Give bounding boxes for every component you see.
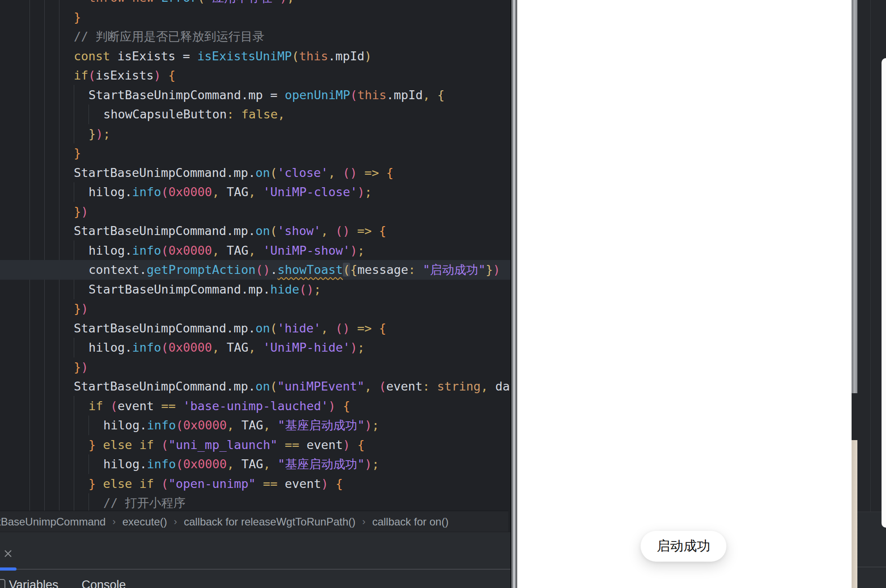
code-token: ; [358,244,365,257]
code-token: .mpId [328,49,364,63]
code-token: 0x0000 [169,185,212,199]
code-token: event [386,379,422,393]
code-token: { [430,88,445,102]
breadcrumb-item[interactable]: callback for on() [372,516,449,528]
code-token: Error [161,0,198,4]
panel-tabs: VariablesConsole [0,578,126,588]
code-token: 'UniMP-close' [256,185,358,199]
code-token: TAG [219,244,249,257]
breadcrumb-item[interactable]: tBaseUnimpCommand [0,516,105,528]
code-token: == [161,399,176,413]
code-token: ( [299,282,306,296]
code-token: ) [307,282,314,296]
code-line: StartBaseUnimpCommand.mp.hide(); [0,280,511,299]
code-token: StartBaseUnimpCommand.mp. [74,379,255,393]
edge-gray [852,0,857,393]
code-token: { [329,477,343,491]
code-token: , [249,185,256,199]
code-token: ; [372,418,379,432]
close-icon[interactable] [3,548,13,559]
code-line: }) [0,202,511,222]
code-line: }) [0,357,511,377]
code-token: 0x0000 [169,244,212,257]
code-token: "基座启动成功" [270,457,365,471]
code-token: "基座启动成功" [270,418,365,432]
code-token: // 判断应用是否已释放到运行目录 [74,29,265,43]
breadcrumb-item[interactable]: callback for releaseWgtToRunPath() [184,516,355,528]
code-token: ( [335,166,350,180]
code-token: const [74,49,110,63]
code-token: : [408,263,415,277]
code-token: hilog. [103,418,147,432]
code-token: ( [372,379,387,393]
code-token: , [227,418,234,432]
code-token: ; [103,127,110,141]
code-token: on [255,166,270,180]
background-window-edge [882,58,886,528]
code-token: info [132,185,161,199]
code-token: ) [350,166,357,180]
code-token: info [132,244,161,257]
code-token: ) [328,399,335,413]
code-token: on [255,224,270,238]
code-token: { [372,224,387,238]
code-editor[interactable]: throw new Error('应用不存在');}// 判断应用是否已释放到运… [0,0,511,511]
tab-console[interactable]: Console [82,578,126,588]
code-line: if (event == 'base-unimp-lauched') { [0,396,511,416]
code-token: TAG [219,340,249,354]
code-token: ) [365,418,372,432]
code-line: // 判断应用是否已释放到运行目录 [0,27,511,46]
edge-cream [852,440,857,588]
code-token: ) [154,68,161,82]
code-token: if [89,399,103,413]
code-token: isExistsUniMP [197,49,291,63]
code-token: context. [89,263,147,277]
breadcrumb: tBaseUnimpCommand›execute()›callback for… [0,511,508,532]
code-line: } else if ("uni_mp_launch" == event) { [0,435,511,455]
code-token: this [299,49,328,63]
code-token: this [357,88,386,102]
code-token: 'base-unimp-lauched' [176,399,328,413]
code-token: StartBaseUnimpCommand.mp. [74,321,255,335]
code-token: ) [263,263,270,277]
code-line: hilog.info(0x0000, TAG, 'UniMP-hide'); [0,338,511,357]
panel-divider [0,569,511,570]
code-token: hilog. [89,340,132,354]
code-token: ; [372,457,379,471]
code-line: hilog.info(0x0000, TAG, "基座启动成功"); [0,454,511,474]
code-token: 0x0000 [169,340,212,354]
code-token: ) [493,263,500,277]
code-token: hide [270,282,299,296]
code-token: ( [89,68,96,82]
code-token: = [270,88,285,102]
code-token: ( [270,224,277,238]
code-line: if(isExists) { [0,66,511,85]
code-token: "uniMPEvent" [277,379,364,393]
right-col-divider [870,0,871,588]
code-token: 0x0000 [183,418,227,432]
code-token: ) [81,302,88,315]
code-token: TAG [234,418,263,432]
pane-splitter[interactable] [511,0,517,588]
code-token: ( [270,379,277,393]
code-token: { [372,321,387,335]
code-token: ; [358,340,365,354]
code-token: false [234,107,278,121]
code-token: : [227,107,234,121]
breadcrumb-item[interactable]: execute() [122,516,167,528]
code-token: } [89,477,96,491]
code-token: on [255,321,270,335]
code-token: ) [321,477,328,491]
code-token: info [147,457,176,471]
code-token: ) [343,321,350,335]
code-token: 'hide' [277,321,321,335]
code-token: ( [350,88,357,102]
code-token: , [263,457,270,471]
code-token: } [74,302,81,315]
tab-variables[interactable]: Variables [9,578,59,588]
code-token: ( [328,224,343,238]
code-token: showToast [278,263,343,277]
code-token: : [422,379,430,393]
progress-bar [0,567,17,571]
code-token: , [321,321,328,335]
